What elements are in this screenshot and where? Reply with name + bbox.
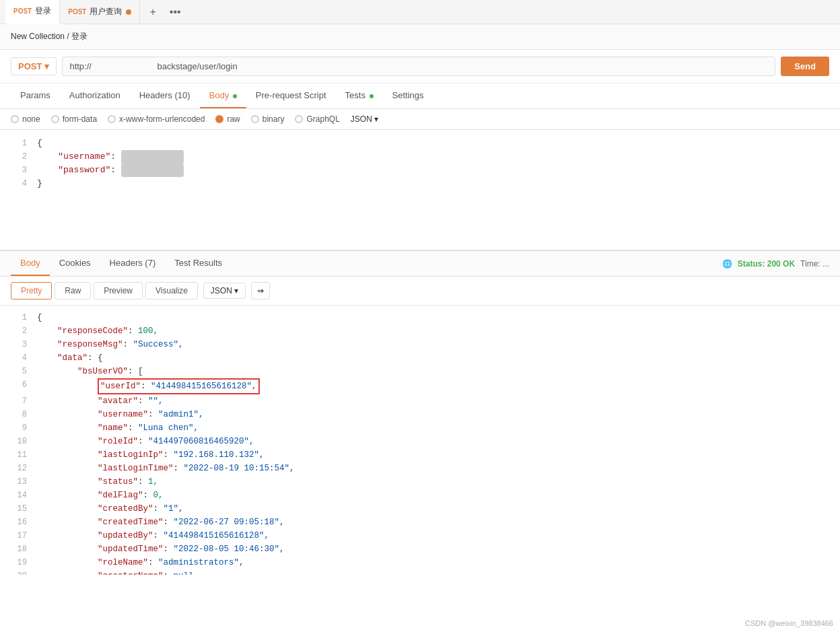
resp-format-raw[interactable]: Raw [55, 282, 91, 300]
tab-headers[interactable]: Headers (10) [130, 83, 200, 108]
method-chevron-icon: ▾ [44, 61, 49, 71]
send-button[interactable]: Send [781, 57, 829, 76]
resp-line-9: 9 "name": "Luna chen", [0, 421, 840, 435]
url-bar: POST ▾ Send [0, 50, 840, 83]
globe-icon: 🌐 [722, 259, 732, 269]
resp-format-preview[interactable]: Preview [94, 282, 143, 300]
resp-line-10: 10 "roleId": "414497060816465920", [0, 435, 840, 448]
resp-line-1: 1 { [0, 311, 840, 324]
response-time: Time: ... [800, 259, 829, 269]
radio-binary [251, 115, 259, 123]
resp-tab-body[interactable]: Body [11, 251, 50, 276]
request-body-editor[interactable]: 1 { 2 "username": 3 "password": 4 } [0, 130, 840, 251]
radio-none [11, 115, 19, 123]
resp-line-12: 12 "lastLoginTime": "2022-08-19 10:15:54… [0, 462, 840, 475]
tab-pre-request[interactable]: Pre-request Script [246, 83, 336, 108]
request-tabs: Params Authorization Headers (10) Body P… [0, 83, 840, 109]
resp-line-15: 15 "createdBy": "1", [0, 502, 840, 516]
tab-login[interactable]: POST 登录 [5, 0, 60, 24]
tab-settings[interactable]: Settings [383, 83, 433, 108]
body-format-tabs: none form-data x-www-form-urlencoded raw… [0, 109, 840, 130]
add-tab-button[interactable]: + [145, 5, 160, 20]
tab-params[interactable]: Params [11, 83, 60, 108]
body-dot [233, 94, 237, 98]
tab-login-method: POST [13, 7, 32, 15]
tab-query-method: POST [68, 8, 86, 15]
resp-line-14: 14 "delFlag": 0, [0, 489, 840, 502]
resp-line-20: 20 "creatorName": null [0, 569, 840, 575]
resp-tab-cookies[interactable]: Cookies [50, 251, 100, 276]
resp-line-18: 18 "updatedTime": "2022-08-05 10:46:30", [0, 542, 840, 556]
url-input[interactable] [62, 57, 775, 76]
resp-tab-headers[interactable]: Headers (7) [100, 251, 166, 276]
json-resp-chevron-icon: ▾ [234, 286, 238, 295]
tab-bar: POST 登录 POST 用户查询 + ••• [0, 0, 840, 24]
method-value: POST [18, 61, 42, 71]
response-body: 1 { 2 "responseCode": 100, 3 "responseMs… [0, 306, 840, 575]
resp-line-6: 6 "userId": "414498415165616128", [0, 378, 840, 394]
resp-line-19: 19 "roleName": "administrators", [0, 556, 840, 569]
resp-line-8: 8 "username": "admin1", [0, 408, 840, 421]
tab-login-label: 登录 [35, 5, 51, 17]
resp-line-7: 7 "avatar": "", [0, 394, 840, 408]
resp-line-4: 4 "data": { [0, 351, 840, 365]
radio-urlencoded [108, 115, 116, 123]
resp-line-17: 17 "updatedBy": "414498415165616128", [0, 529, 840, 542]
req-line-1: 1 { [0, 137, 840, 150]
resp-line-3: 3 "responseMsg": "Success", [0, 338, 840, 351]
format-graphql[interactable]: GraphQL [295, 114, 339, 124]
resp-tab-test-results[interactable]: Test Results [165, 251, 232, 276]
tab-body[interactable]: Body [200, 83, 246, 108]
radio-form-data [51, 115, 59, 123]
response-tabs: Body Cookies Headers (7) Test Results 🌐 … [0, 251, 840, 277]
json-chevron-icon: ▾ [374, 114, 378, 124]
breadcrumb: New Collection / 登录 [0, 24, 840, 50]
resp-line-11: 11 "lastLoginIp": "192.168.110.132", [0, 448, 840, 462]
breadcrumb-collection[interactable]: New Collection [11, 32, 65, 41]
status-code: Status: 200 OK [738, 259, 795, 269]
req-line-2: 2 "username": [0, 150, 840, 164]
tab-actions: + ••• [140, 5, 190, 20]
format-none[interactable]: none [11, 114, 40, 124]
resp-line-16: 16 "createdTime": "2022-06-27 09:05:18", [0, 516, 840, 529]
tab-query-dot [126, 9, 131, 15]
req-line-3: 3 "password": [0, 164, 840, 177]
method-select[interactable]: POST ▾ [11, 57, 57, 75]
format-raw[interactable]: raw [215, 114, 240, 124]
response-status: 🌐 Status: 200 OK Time: ... [722, 259, 829, 269]
radio-graphql [295, 115, 303, 123]
response-section: Body Cookies Headers (7) Test Results 🌐 … [0, 251, 840, 575]
resp-format-pretty[interactable]: Pretty [11, 282, 52, 300]
json-format-selector[interactable]: JSON ▾ [351, 114, 378, 124]
resp-copy-button[interactable]: ⇒ [251, 282, 270, 300]
resp-format-visualize[interactable]: Visualize [145, 282, 198, 300]
radio-raw [215, 115, 223, 123]
format-form-data[interactable]: form-data [51, 114, 97, 124]
tab-user-query[interactable]: POST 用户查询 [60, 0, 140, 24]
tests-dot [370, 94, 374, 98]
format-urlencoded[interactable]: x-www-form-urlencoded [108, 114, 205, 124]
resp-line-5: 5 "bsUserVO": [ [0, 365, 840, 378]
more-tabs-button[interactable]: ••• [166, 5, 185, 20]
breadcrumb-item: 登录 [71, 32, 88, 41]
resp-json-selector[interactable]: JSON ▾ [203, 283, 246, 299]
resp-line-2: 2 "responseCode": 100, [0, 324, 840, 338]
tab-query-label: 用户查询 [90, 6, 122, 17]
format-binary[interactable]: binary [251, 114, 285, 124]
response-format-tabs: Pretty Raw Preview Visualize JSON ▾ ⇒ [0, 277, 840, 306]
tab-tests[interactable]: Tests [336, 83, 383, 108]
resp-line-13: 13 "status": 1, [0, 475, 840, 489]
req-line-4: 4 } [0, 177, 840, 190]
tab-authorization[interactable]: Authorization [60, 83, 130, 108]
